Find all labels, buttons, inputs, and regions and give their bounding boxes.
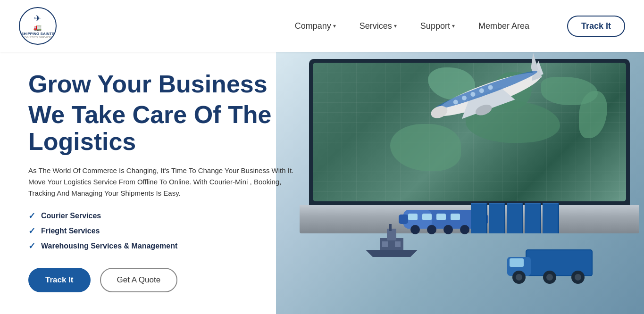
svg-point-22 — [427, 225, 436, 234]
cargo-box-1 — [471, 203, 487, 233]
checklist-label-1: Courier Services — [41, 212, 101, 220]
svg-marker-25 — [366, 250, 418, 257]
chevron-down-icon: ▾ — [333, 23, 336, 29]
svg-point-36 — [516, 274, 522, 281]
ship-visual — [361, 222, 422, 261]
svg-point-38 — [546, 274, 553, 281]
header: ✈ 🚛 SHIPPING SAINTS LOGISTICS SERVICES C… — [0, 0, 644, 52]
svg-rect-18 — [422, 214, 432, 220]
svg-rect-19 — [436, 214, 446, 220]
cargo-box-4 — [525, 203, 541, 233]
svg-rect-34 — [510, 258, 524, 267]
cargo-box-2 — [489, 203, 505, 233]
cargo-box-5 — [543, 203, 559, 233]
svg-rect-17 — [408, 214, 418, 220]
checklist-label-3: Warehousing Services & Management — [41, 242, 177, 250]
logo-plane-icon: ✈ — [34, 13, 41, 24]
cargo-box-3 — [507, 203, 523, 233]
logo-area: ✈ 🚛 SHIPPING SAINTS LOGISTICS SERVICES — [19, 7, 57, 45]
check-icon-2: ✓ — [28, 226, 35, 236]
svg-rect-20 — [451, 214, 460, 220]
check-icon-1: ✓ — [28, 211, 35, 221]
svg-rect-28 — [389, 224, 392, 231]
nav-member-area[interactable]: Member Area — [478, 21, 529, 31]
checklist-label-2: Frieght Services — [41, 227, 100, 235]
checklist-item-1: ✓ Courier Services — [28, 211, 349, 221]
track-it-button[interactable]: Track It — [567, 16, 625, 37]
svg-rect-31 — [526, 250, 592, 276]
logo-truck-icon: 🚛 — [33, 24, 42, 31]
logo: ✈ 🚛 SHIPPING SAINTS LOGISTICS SERVICES — [19, 7, 57, 45]
hero-description: As The World Of Commerce Is Changing, It… — [28, 165, 302, 199]
checklist-item-3: ✓ Warehousing Services & Management — [28, 241, 349, 251]
chevron-down-icon: ▾ — [452, 23, 455, 29]
hero-content: Grow Your Business We Take Care Of The L… — [28, 71, 349, 292]
hero-title-line2: We Take Care Of The Logistics — [28, 101, 349, 155]
svg-rect-29 — [382, 241, 388, 247]
hero-buttons: Track It Get A Quote — [28, 268, 349, 292]
brand-tagline: LOGISTICS SERVICES — [23, 36, 53, 39]
truck-visual — [502, 240, 597, 289]
get-quote-button[interactable]: Get A Quote — [100, 268, 178, 292]
brand-name: SHIPPING SAINTS — [21, 32, 54, 36]
nav-support[interactable]: Support ▾ — [420, 21, 455, 31]
check-icon-3: ✓ — [28, 241, 35, 251]
svg-point-23 — [443, 225, 453, 234]
svg-point-24 — [460, 225, 469, 234]
checklist-item-2: ✓ Frieght Services — [28, 226, 349, 236]
svg-point-40 — [575, 274, 581, 281]
track-it-hero-button[interactable]: Track It — [28, 268, 91, 292]
nav-services[interactable]: Services ▾ — [360, 21, 397, 31]
nav-company[interactable]: Company ▾ — [295, 21, 336, 31]
svg-rect-30 — [395, 241, 401, 247]
hero-title-line1: Grow Your Business — [28, 71, 349, 98]
main-nav: Company ▾ Services ▾ Support ▾ Member Ar… — [295, 16, 625, 37]
hero-checklist: ✓ Courier Services ✓ Frieght Services ✓ … — [28, 211, 349, 251]
cargo-boxes — [471, 203, 559, 233]
svg-marker-4 — [527, 53, 539, 72]
hero-section: Grow Your Business We Take Care Of The L… — [0, 52, 644, 314]
chevron-down-icon: ▾ — [394, 23, 397, 29]
